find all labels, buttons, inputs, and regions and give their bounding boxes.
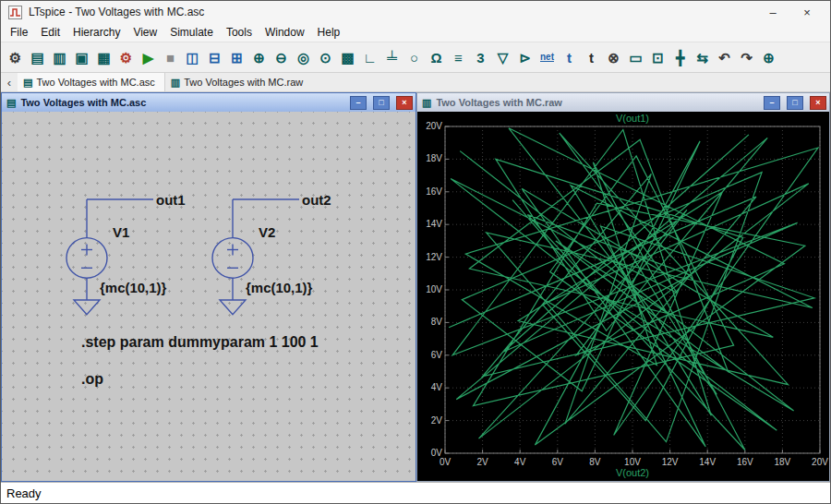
x-tick-label: 14V bbox=[699, 457, 716, 467]
schematic-canvas[interactable]: out1 V1 {mc(10,1)} out2 V2 {mc(10,1)} .s… bbox=[2, 112, 416, 481]
x-tick-label: 18V bbox=[775, 457, 791, 467]
resistor-icon[interactable]: Ω bbox=[426, 46, 447, 68]
spice-directive-op[interactable]: .op bbox=[81, 371, 103, 387]
menu-item-hierarchy[interactable]: Hierarchy bbox=[66, 24, 126, 41]
schematic-close-button[interactable]: × bbox=[396, 96, 413, 110]
trace-label[interactable]: V(out1) bbox=[616, 113, 649, 124]
menu-item-edit[interactable]: Edit bbox=[34, 24, 66, 41]
net-label-out2[interactable]: out2 bbox=[302, 192, 331, 208]
schematic-doc-icon: ▤ bbox=[6, 97, 16, 109]
waveform-plot-area[interactable]: 0V0V2V2V4V4V6V6V8V8V10V10V12V12V14V14V16… bbox=[417, 112, 829, 481]
new-schematic-icon[interactable]: ▤ bbox=[27, 46, 48, 68]
ground-symbol-v1[interactable] bbox=[74, 300, 100, 315]
drag-icon[interactable]: ⇆ bbox=[692, 46, 713, 68]
voltage-source-v1-symbol[interactable] bbox=[66, 238, 107, 279]
menu-item-file[interactable]: File bbox=[4, 24, 34, 41]
net-name-icon[interactable]: net bbox=[536, 46, 558, 68]
x-axis-label[interactable]: V(out2) bbox=[616, 467, 649, 478]
waveform-minimize-button[interactable]: – bbox=[764, 96, 780, 110]
component-icon[interactable]: ⊳ bbox=[514, 46, 536, 68]
zoom-in-icon[interactable]: ⊕ bbox=[248, 46, 270, 68]
search-icon[interactable]: ⊕ bbox=[758, 46, 779, 68]
tab-scroll-left-button[interactable]: ‹ bbox=[1, 76, 18, 90]
y-tick-label: 20V bbox=[426, 121, 442, 131]
open-icon[interactable]: ▥ bbox=[49, 46, 70, 68]
y-tick-label: 0V bbox=[431, 448, 443, 458]
zoom-out-icon[interactable]: ⊖ bbox=[271, 46, 292, 68]
tab-list: ▤Two Voltages with MC.asc▥Two Voltages w… bbox=[18, 73, 312, 91]
schematic-canvas-area[interactable]: out1 V1 {mc(10,1)} out2 V2 {mc(10,1)} .s… bbox=[2, 112, 416, 481]
waveform-maximize-button[interactable]: □ bbox=[787, 96, 803, 110]
y-tick-label: 2V bbox=[431, 415, 443, 426]
x-tick-label: 10V bbox=[624, 457, 641, 467]
undo-icon[interactable]: ↶ bbox=[714, 46, 735, 68]
waveform-close-button[interactable]: × bbox=[810, 96, 826, 110]
document-icon: ▥ bbox=[171, 77, 180, 89]
menu-item-help[interactable]: Help bbox=[311, 24, 347, 41]
mdi-area: ▤ Two Voltages with MC.asc – □ × bbox=[1, 92, 830, 482]
save-icon[interactable]: ▣ bbox=[71, 46, 92, 68]
move-icon[interactable]: ╋ bbox=[669, 46, 691, 68]
diode-icon[interactable]: ▽ bbox=[492, 46, 513, 68]
y-tick-label: 12V bbox=[426, 252, 442, 262]
waveform-window-titlebar[interactable]: ▥ Two Voltages with MC.raw – □ × bbox=[417, 93, 829, 112]
ground-icon[interactable]: ╧ bbox=[381, 46, 403, 68]
menubar: FileEditHierarchyViewSimulateToolsWindow… bbox=[1, 23, 830, 42]
app-icon bbox=[8, 6, 22, 19]
value-v2[interactable]: {mc(10,1)} bbox=[246, 280, 313, 295]
spice-directive-step[interactable]: .step param dummyparam 1 100 1 bbox=[81, 335, 319, 351]
schematic-wires-and-symbols bbox=[66, 199, 299, 315]
control-panel-icon[interactable]: ⚙ bbox=[115, 46, 137, 68]
zoom-area-icon[interactable]: ◎ bbox=[293, 46, 314, 68]
ground-symbol-v2[interactable] bbox=[220, 300, 246, 315]
schematic-maximize-button[interactable]: □ bbox=[373, 96, 390, 110]
schematic-window-titlebar[interactable]: ▤ Two Voltages with MC.asc – □ × bbox=[2, 93, 416, 112]
net-label-out1[interactable]: out1 bbox=[156, 192, 186, 208]
x-tick-label: 4V bbox=[514, 457, 526, 467]
designator-v2[interactable]: V2 bbox=[259, 224, 275, 240]
waveform-chart[interactable]: 0V0V2V2V4V4V6V6V8V8V10V10V12V12V14V14V16… bbox=[417, 112, 829, 481]
minimize-button[interactable]: – bbox=[759, 6, 787, 19]
ltspice-window: LTspice - Two Voltages with MC.asc – × F… bbox=[0, 0, 831, 504]
save-all-icon[interactable]: ▦ bbox=[93, 46, 114, 68]
wire-icon[interactable]: ∟ bbox=[359, 46, 380, 68]
halt-icon[interactable]: ■ bbox=[160, 46, 181, 68]
menu-item-view[interactable]: View bbox=[126, 24, 163, 41]
y-tick-label: 4V bbox=[431, 382, 443, 392]
y-tick-label: 10V bbox=[426, 284, 442, 294]
waveform-window: ▥ Two Voltages with MC.raw – □ × 0V0V2V2… bbox=[416, 92, 830, 482]
paste-icon[interactable]: ⊡ bbox=[647, 46, 668, 68]
tab-waveform[interactable]: ▥Two Voltages with MC.raw bbox=[165, 73, 312, 91]
voltage-source-v2-symbol[interactable] bbox=[212, 238, 253, 279]
y-tick-label: 8V bbox=[431, 317, 443, 327]
cut-icon[interactable]: ⊗ bbox=[603, 46, 624, 68]
schematic-minimize-button[interactable]: – bbox=[350, 96, 367, 110]
x-tick-label: 20V bbox=[812, 457, 828, 467]
tab-label: Two Voltages with MC.asc bbox=[36, 77, 154, 88]
y-tick-label: 18V bbox=[426, 153, 442, 163]
redo-icon[interactable]: ↷ bbox=[736, 46, 757, 68]
copy-icon[interactable]: ▭ bbox=[625, 46, 646, 68]
settings-icon[interactable]: ⚙ bbox=[5, 46, 26, 68]
value-v1[interactable]: {mc(10,1)} bbox=[100, 280, 167, 295]
tile-vertical-icon[interactable]: ◫ bbox=[182, 46, 203, 68]
label-net-icon[interactable]: ○ bbox=[403, 46, 425, 68]
zoom-full-icon[interactable]: ⊙ bbox=[315, 46, 336, 68]
menu-item-tools[interactable]: Tools bbox=[220, 24, 259, 41]
spice-directive-icon[interactable]: t bbox=[581, 46, 602, 68]
designator-v1[interactable]: V1 bbox=[113, 224, 129, 240]
tile-horizontal-icon[interactable]: ⊟ bbox=[204, 46, 225, 68]
cascade-windows-icon[interactable]: ⊞ bbox=[226, 46, 247, 68]
menu-item-simulate[interactable]: Simulate bbox=[163, 24, 220, 41]
run-icon[interactable]: ▶ bbox=[138, 46, 159, 68]
menu-item-window[interactable]: Window bbox=[259, 24, 311, 41]
inductor-icon[interactable]: 3 bbox=[470, 46, 491, 68]
close-button[interactable]: × bbox=[793, 6, 821, 19]
tab-schematic[interactable]: ▤Two Voltages with MC.asc bbox=[18, 73, 165, 91]
status-text: Ready bbox=[6, 486, 42, 500]
toolbar: ⚙▤▥▣▦⚙▶■◫⊟⊞⊕⊖◎⊙▩∟╧○Ω≡3▽⊳nettt⊗▭⊡╋⇆↶↷⊕ bbox=[1, 42, 830, 73]
netlist-icon[interactable]: ▩ bbox=[337, 46, 358, 68]
y-tick-label: 14V bbox=[426, 219, 442, 229]
text-icon[interactable]: t bbox=[559, 46, 580, 68]
capacitor-icon[interactable]: ≡ bbox=[448, 46, 469, 68]
